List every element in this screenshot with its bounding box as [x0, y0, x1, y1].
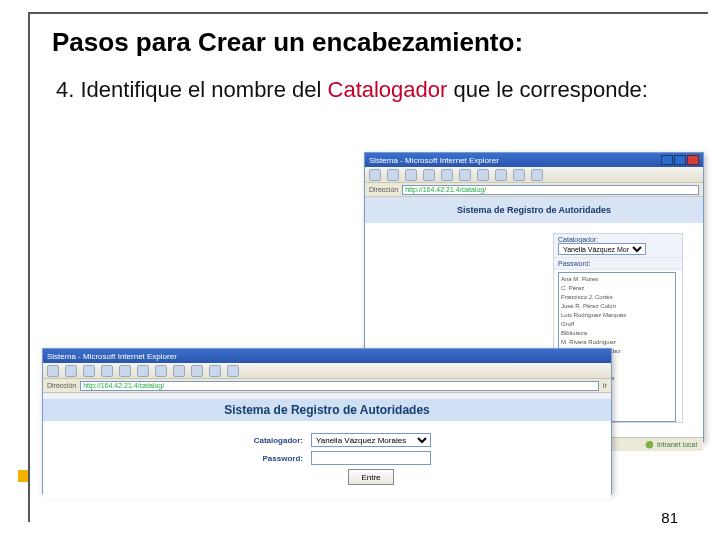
- ie-toolbar-front: [43, 363, 611, 379]
- window-title: Sistema - Microsoft Internet Explorer: [369, 156, 499, 165]
- page-content-front: Sistema de Registro de Autoridades Catal…: [43, 399, 611, 499]
- form-row-password: Password:: [223, 451, 431, 465]
- search-icon[interactable]: [137, 365, 149, 377]
- list-item[interactable]: Groff: [561, 320, 673, 329]
- mail-icon[interactable]: [191, 365, 203, 377]
- panel-pw-label: Password:: [558, 260, 591, 267]
- address-input-front[interactable]: http://164.42.21.4/catalog/: [80, 381, 599, 391]
- status-zone: Intranet local: [657, 441, 697, 448]
- list-item[interactable]: C. Pérez: [561, 284, 673, 293]
- slide-title: Pasos para Crear un encabezamiento:: [52, 28, 688, 58]
- address-bar-front: Dirección http://164.42.21.4/catalog/ Ir: [43, 379, 611, 393]
- step-suffix: que le corresponde:: [447, 77, 648, 102]
- form-row-catalogador: Catalogador: Yanella Vázquez Morales: [223, 433, 431, 447]
- browser-window-front: Sistema - Microsoft Internet Explorer Di…: [42, 348, 612, 494]
- edit-icon[interactable]: [227, 365, 239, 377]
- window-titlebar-front: Sistema - Microsoft Internet Explorer: [43, 349, 611, 363]
- forward-icon[interactable]: [65, 365, 77, 377]
- print-icon[interactable]: [531, 169, 543, 181]
- password-input[interactable]: [311, 451, 431, 465]
- list-item[interactable]: José R. Pérez Colón: [561, 302, 673, 311]
- list-item[interactable]: M. Rivera Rodríguez: [561, 338, 673, 347]
- refresh-icon[interactable]: [101, 365, 113, 377]
- step-highlight: Catalogador: [328, 77, 448, 102]
- window-titlebar: Sistema - Microsoft Internet Explorer: [365, 153, 703, 167]
- login-form: Catalogador: Yanella Vázquez Morales Pas…: [43, 433, 611, 485]
- step-prefix: 4. Identifique el nombre del: [56, 77, 328, 102]
- stop-icon[interactable]: [405, 169, 417, 181]
- forward-icon[interactable]: [387, 169, 399, 181]
- window-buttons: [661, 155, 699, 165]
- catalogador-select-back[interactable]: Yanella Vázquez Morales: [558, 243, 646, 255]
- minimize-icon[interactable]: [661, 155, 673, 165]
- address-label: Dirección: [369, 186, 398, 193]
- home-icon[interactable]: [119, 365, 131, 377]
- favorites-icon[interactable]: [155, 365, 167, 377]
- history-icon[interactable]: [173, 365, 185, 377]
- panel-cat-label: Catalogador:: [558, 236, 598, 243]
- back-icon[interactable]: [47, 365, 59, 377]
- search-icon[interactable]: [459, 169, 471, 181]
- mail-icon[interactable]: [513, 169, 525, 181]
- form-pw-label: Password:: [223, 454, 303, 463]
- address-bar: Dirección http://164.42.21.4/catalog/: [365, 183, 703, 197]
- zone-icon: 🟢: [645, 441, 654, 449]
- form-row-submit: Entre: [260, 469, 394, 485]
- panel-pw-row: Password:: [554, 258, 682, 270]
- home-icon[interactable]: [441, 169, 453, 181]
- list-item[interactable]: Francisco J. Cortés: [561, 293, 673, 302]
- favorites-icon[interactable]: [477, 169, 489, 181]
- address-input[interactable]: http://164.42.21.4/catalog/: [402, 185, 699, 195]
- history-icon[interactable]: [495, 169, 507, 181]
- back-icon[interactable]: [369, 169, 381, 181]
- app-banner-back: Sistema de Registro de Autoridades: [365, 197, 703, 223]
- list-item[interactable]: Biblioteca: [561, 329, 673, 338]
- list-item[interactable]: Luis Rodríguez Marqués: [561, 311, 673, 320]
- app-banner-front: Sistema de Registro de Autoridades: [43, 399, 611, 421]
- form-cat-label: Catalogador:: [223, 436, 303, 445]
- go-button[interactable]: Ir: [603, 382, 607, 389]
- ie-toolbar: [365, 167, 703, 183]
- close-icon[interactable]: [687, 155, 699, 165]
- window-title-front: Sistema - Microsoft Internet Explorer: [47, 352, 177, 361]
- refresh-icon[interactable]: [423, 169, 435, 181]
- list-item[interactable]: Ana M. Flores: [561, 275, 673, 284]
- catalogador-select[interactable]: Yanella Vázquez Morales: [311, 433, 431, 447]
- enter-button[interactable]: Entre: [348, 469, 394, 485]
- maximize-icon[interactable]: [674, 155, 686, 165]
- address-label-front: Dirección: [47, 382, 76, 389]
- panel-cat-row: Catalogador: Yanella Vázquez Morales: [554, 234, 682, 258]
- page-number: 81: [661, 509, 678, 526]
- slide-body: 4. Identifique el nombre del Catalogador…: [56, 76, 688, 104]
- stop-icon[interactable]: [83, 365, 95, 377]
- print-icon[interactable]: [209, 365, 221, 377]
